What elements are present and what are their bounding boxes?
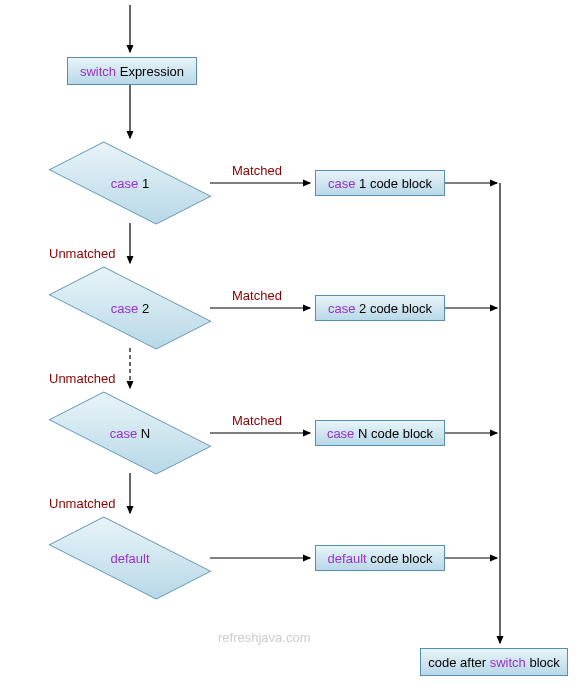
matched-label-2: Matched — [232, 288, 282, 303]
case-n-block: case N code block — [315, 420, 445, 446]
switch-keyword: switch — [490, 655, 526, 670]
case-2-block-text: 2 code block — [355, 301, 432, 316]
case-1-block: case 1 code block — [315, 170, 445, 196]
matched-label-1: Matched — [232, 163, 282, 178]
switch-keyword: switch — [80, 64, 116, 79]
case-keyword: case — [111, 301, 138, 316]
default-block: default code block — [315, 545, 445, 571]
watermark: refreshjava.com — [218, 630, 310, 645]
end-post: block — [526, 655, 560, 670]
end-box: code after switch block — [420, 648, 568, 676]
end-pre: code after — [428, 655, 489, 670]
default-keyword: default — [110, 551, 149, 566]
case-1-label: 1 — [138, 176, 149, 191]
flowchart-canvas: switch Expression case 1 Matched Unmatch… — [0, 0, 579, 687]
case-keyword: case — [328, 301, 355, 316]
unmatched-label-1: Unmatched — [49, 246, 115, 261]
case-2-label: 2 — [138, 301, 149, 316]
case-2-block: case 2 code block — [315, 295, 445, 321]
unmatched-label-n: Unmatched — [49, 496, 115, 511]
case-keyword: case — [328, 176, 355, 191]
case-keyword: case — [327, 426, 354, 441]
case-1-decision: case 1 — [50, 143, 210, 223]
unmatched-label-2: Unmatched — [49, 371, 115, 386]
case-keyword: case — [111, 176, 138, 191]
matched-label-n: Matched — [232, 413, 282, 428]
switch-expression-text: Expression — [116, 64, 184, 79]
case-n-decision: case N — [50, 393, 210, 473]
case-2-decision: case 2 — [50, 268, 210, 348]
case-1-block-text: 1 code block — [355, 176, 432, 191]
case-keyword: case — [110, 426, 137, 441]
switch-expression-box: switch Expression — [67, 57, 197, 85]
case-n-block-text: N code block — [354, 426, 433, 441]
default-decision: default — [50, 518, 210, 598]
case-n-label: N — [137, 426, 150, 441]
default-block-text: code block — [367, 551, 433, 566]
default-keyword: default — [328, 551, 367, 566]
